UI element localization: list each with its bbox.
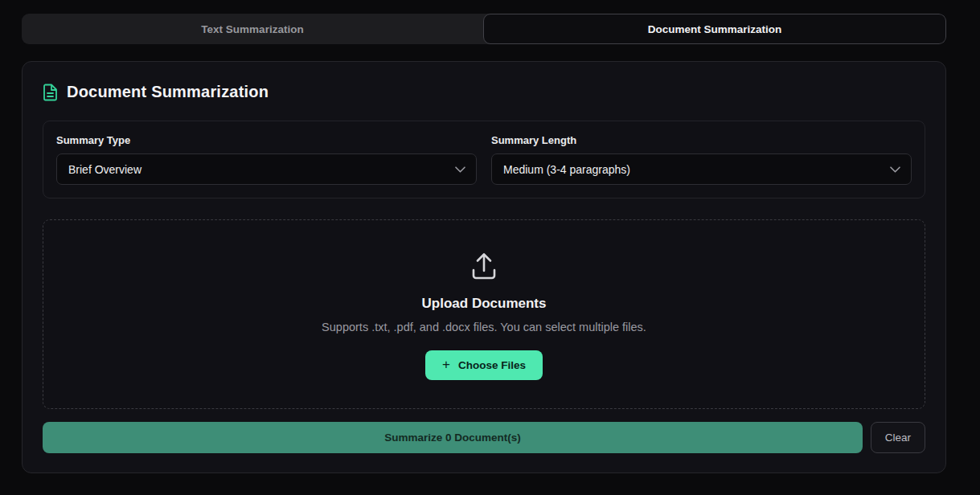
clear-button[interactable]: Clear	[871, 422, 925, 453]
options-panel: Summary Type Brief Overview Summary Leng…	[43, 121, 925, 198]
actions-row: Summarize 0 Document(s) Clear	[43, 422, 925, 453]
chevron-down-icon	[455, 166, 465, 173]
plus-icon: +	[442, 358, 450, 371]
app-root: Text Summarization Document Summarizatio…	[0, 0, 980, 495]
tab-list: Text Summarization Document Summarizatio…	[22, 14, 946, 44]
upload-subtitle: Supports .txt, .pdf, and .docx files. Yo…	[322, 321, 646, 333]
tab-text-summarization[interactable]: Text Summarization	[22, 14, 483, 44]
summary-length-label: Summary Length	[491, 134, 912, 146]
page-title: Document Summarization	[67, 83, 269, 101]
chevron-down-icon	[890, 166, 900, 173]
choose-files-button[interactable]: + Choose Files	[425, 350, 543, 380]
summary-length-field: Summary Length Medium (3-4 paragraphs)	[491, 134, 912, 185]
summary-type-select[interactable]: Brief Overview	[56, 153, 477, 185]
panel-header: Document Summarization	[43, 83, 925, 101]
summarize-button[interactable]: Summarize 0 Document(s)	[43, 422, 863, 453]
upload-title: Upload Documents	[422, 296, 547, 312]
upload-icon	[467, 249, 501, 283]
summary-type-label: Summary Type	[56, 134, 477, 146]
summary-type-field: Summary Type Brief Overview	[56, 134, 477, 185]
tab-document-summarization[interactable]: Document Summarization	[483, 14, 946, 44]
document-icon	[43, 84, 58, 101]
summary-length-select[interactable]: Medium (3-4 paragraphs)	[491, 153, 912, 185]
choose-files-label: Choose Files	[458, 359, 526, 371]
summary-length-value: Medium (3-4 paragraphs)	[503, 163, 630, 176]
document-summarization-panel: Document Summarization Summary Type Brie…	[22, 61, 946, 473]
upload-dropzone[interactable]: Upload Documents Supports .txt, .pdf, an…	[43, 219, 925, 409]
summary-type-value: Brief Overview	[68, 163, 141, 176]
